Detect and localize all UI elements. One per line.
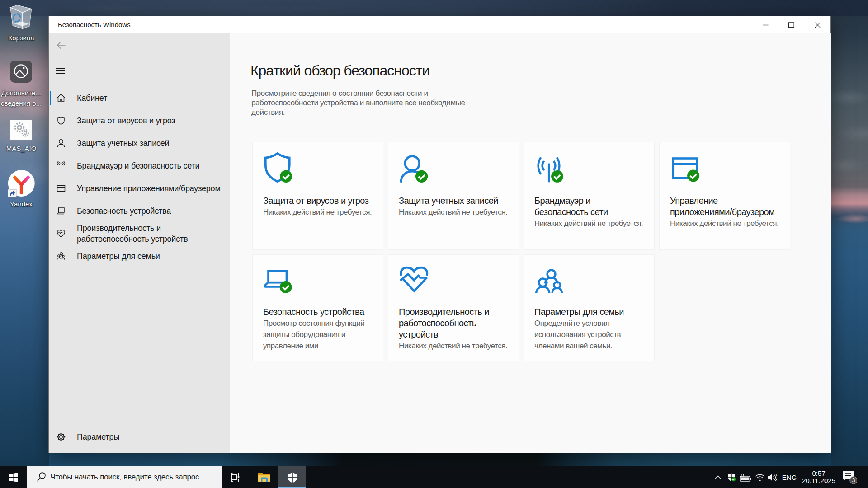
svg-text:3: 3 [852, 477, 855, 483]
